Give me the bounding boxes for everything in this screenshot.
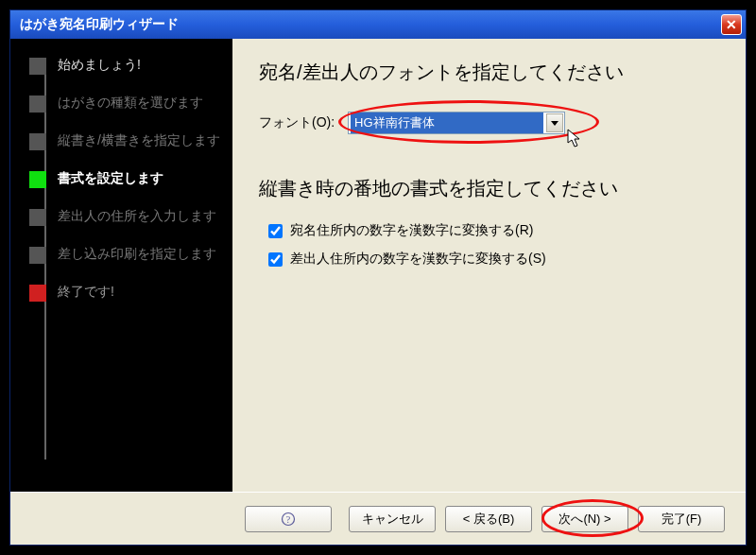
- step-mail-merge: 差し込み印刷を指定します: [29, 245, 221, 264]
- svg-text:?: ?: [286, 514, 291, 525]
- next-button[interactable]: 次へ(N) >: [541, 506, 628, 532]
- step-label: 差出人の住所を入力します: [58, 207, 216, 226]
- step-label: はがきの種類を選びます: [58, 94, 203, 113]
- cursor-icon: [567, 129, 584, 149]
- combobox-dropdown-button[interactable]: [546, 113, 563, 132]
- step-label: 終了です!: [58, 283, 114, 302]
- main-panel: 宛名/差出人のフォントを指定してください フォント(O): HG祥南行書体 縦: [232, 39, 746, 492]
- step-label: 差し込み印刷を指定します: [58, 245, 216, 264]
- step-label: 書式を設定します: [58, 169, 163, 188]
- back-button[interactable]: < 戻る(B): [445, 506, 532, 532]
- step-format: 書式を設定します: [29, 169, 221, 188]
- step-marker-icon: [29, 247, 46, 264]
- step-label: 縦書き/横書きを指定します: [58, 131, 220, 150]
- titlebar: はがき宛名印刷ウィザード ✕: [10, 10, 746, 39]
- window-title: はがき宛名印刷ウィザード: [20, 16, 721, 33]
- font-row: フォント(O): HG祥南行書体: [259, 112, 719, 134]
- step-hagaki-type: はがきの種類を選びます: [29, 94, 221, 113]
- step-label: 始めましょう!: [58, 56, 141, 75]
- checkbox-label: 宛名住所内の数字を漢数字に変換する(R): [290, 222, 533, 239]
- checkbox-input[interactable]: [268, 224, 283, 238]
- cancel-button[interactable]: キャンセル: [349, 506, 436, 532]
- footer: ? キャンセル < 戻る(B) 次へ(N) > 完了(F): [10, 492, 746, 545]
- step-marker-icon: [29, 285, 46, 302]
- step-marker-icon: [29, 171, 46, 188]
- checkbox-convert-sender[interactable]: 差出人住所内の数字を漢数字に変換する(S): [268, 251, 719, 268]
- checkbox-convert-recipient[interactable]: 宛名住所内の数字を漢数字に変換する(R): [268, 222, 719, 239]
- help-icon: ?: [281, 512, 296, 527]
- close-button[interactable]: ✕: [721, 14, 742, 35]
- step-marker-icon: [29, 95, 46, 113]
- step-marker-icon: [29, 209, 46, 226]
- step-orientation: 縦書き/横書きを指定します: [29, 131, 221, 150]
- sidebar-connector: [44, 71, 46, 460]
- finish-button[interactable]: 完了(F): [638, 506, 725, 532]
- font-label: フォント(O):: [259, 114, 335, 131]
- checkbox-input[interactable]: [268, 252, 283, 267]
- step-sender-address: 差出人の住所を入力します: [29, 207, 221, 226]
- help-button[interactable]: ?: [245, 506, 332, 532]
- font-selected-value: HG祥南行書体: [351, 113, 543, 133]
- checkbox-label: 差出人住所内の数字を漢数字に変換する(S): [290, 251, 546, 268]
- font-heading: 宛名/差出人のフォントを指定してください: [259, 60, 719, 85]
- step-finish: 終了です!: [29, 283, 221, 302]
- wizard-body: 始めましょう! はがきの種類を選びます 縦書き/横書きを指定します 書式を設定し…: [10, 39, 746, 492]
- sidebar: 始めましょう! はがきの種類を選びます 縦書き/横書きを指定します 書式を設定し…: [10, 39, 232, 492]
- chevron-down-icon: [551, 121, 558, 126]
- font-combobox[interactable]: HG祥南行書体: [348, 112, 565, 134]
- close-icon: ✕: [726, 17, 737, 32]
- step-start: 始めましょう!: [29, 56, 221, 75]
- vertical-format-heading: 縦書き時の番地の書式を指定してください: [259, 176, 719, 201]
- step-marker-icon: [29, 58, 46, 75]
- font-combo-wrap: HG祥南行書体: [348, 112, 565, 134]
- step-marker-icon: [29, 133, 46, 150]
- wizard-window: はがき宛名印刷ウィザード ✕ 始めましょう! はがきの種類を選びます 縦書き/横…: [9, 9, 747, 546]
